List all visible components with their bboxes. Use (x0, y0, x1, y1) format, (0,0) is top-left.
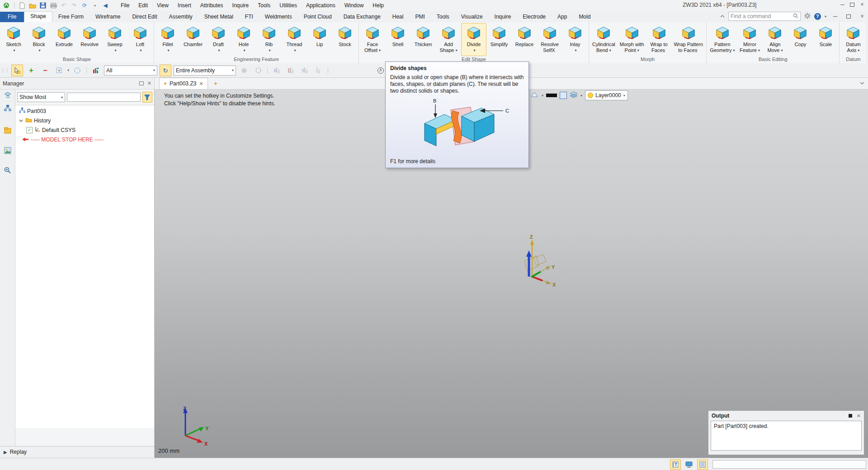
restore-button[interactable] (847, 0, 857, 9)
collapse-ribbon-icon[interactable] (720, 14, 725, 19)
pick-feature-icon[interactable] (271, 65, 283, 76)
pick-highlight-icon[interactable] (11, 65, 23, 76)
document-tab-part003[interactable]: + Part003.Z3 ✕ (159, 78, 208, 89)
monitor-toggle-icon[interactable] (684, 460, 694, 470)
layer-select[interactable]: Layer0000 ▾ (585, 90, 628, 100)
menu-item[interactable]: Inquire (228, 1, 254, 10)
manager-search-input[interactable] (67, 93, 141, 102)
ribbon-button[interactable]: Chamfer (180, 23, 206, 56)
help-dropdown-icon[interactable]: ▾ (825, 14, 826, 19)
ribbon-tab[interactable]: Point Cloud (298, 12, 338, 22)
visual-manager-icon[interactable] (3, 146, 13, 155)
ribbon-button[interactable]: Extrude (52, 23, 77, 56)
tree-model-stop[interactable]: ----- MODEL STOP HERE ----- (15, 135, 154, 144)
ribbon-tab[interactable]: Inquire (489, 12, 517, 22)
menu-item[interactable]: Tools (253, 1, 275, 10)
face-display-dropdown-icon[interactable]: ▾ (542, 94, 543, 98)
collapse-caret-icon[interactable] (19, 118, 24, 123)
print-icon[interactable] (50, 2, 57, 9)
menu-item[interactable]: View (152, 1, 173, 10)
ribbon-tab[interactable]: Sheet Metal (198, 12, 239, 22)
ribbon-button[interactable]: Rib ▾ (256, 23, 282, 56)
output-log[interactable]: Part [Part003] created. (711, 421, 862, 451)
checkbox-checked-icon[interactable]: ✓ (26, 127, 33, 133)
ribbon-button[interactable]: Datum Axis▾ (840, 23, 866, 56)
ribbon-button[interactable]: Thicken (410, 23, 436, 56)
add-pick-icon[interactable]: + (25, 65, 37, 76)
doc-close-button[interactable]: × (857, 12, 867, 21)
menu-item[interactable]: Window (340, 1, 368, 10)
pick-lasso-icon[interactable] (71, 65, 83, 76)
qat-customize-icon[interactable]: ▾ (91, 2, 99, 9)
view-plane-icon[interactable] (3, 90, 13, 100)
ribbon-button[interactable]: Inlay ▾ (562, 23, 588, 56)
ribbon-tab[interactable]: FTI (239, 12, 259, 22)
regen-icon[interactable]: ⟳ (81, 2, 88, 9)
menu-item[interactable]: Edit (134, 1, 152, 10)
ribbon-button[interactable]: Morph with Point▾ (618, 23, 646, 56)
layer-stack-icon[interactable] (570, 91, 578, 100)
manager-dock-icon[interactable] (139, 81, 144, 86)
ribbon-button[interactable]: Align Move▾ (762, 23, 788, 56)
record-icon[interactable] (238, 65, 250, 76)
ribbon-button[interactable]: Cylindrical Bend▾ (590, 23, 618, 56)
ribbon-tab[interactable]: Electrode (517, 12, 552, 22)
settings-gear-icon[interactable] (804, 13, 811, 20)
close-button[interactable]: × (857, 0, 867, 9)
ribbon-button[interactable]: Copy (788, 23, 813, 56)
ribbon-button[interactable]: Thread ▾ (282, 23, 307, 56)
ribbon-button[interactable]: Sketch ▾ (1, 23, 26, 56)
line-color-swatch[interactable] (546, 94, 557, 97)
ribbon-tab[interactable]: Data Exchange (338, 12, 387, 22)
ribbon-button[interactable]: Face Offset▾ (360, 23, 385, 56)
ribbon-button[interactable]: Fillet ▾ (155, 23, 180, 56)
redo-icon[interactable]: ↷ (71, 2, 78, 9)
ribbon-button[interactable]: Wrap to Faces (646, 23, 672, 56)
ribbon-button[interactable]: Add Shape▾ (436, 23, 461, 56)
doc-restore-button[interactable] (844, 12, 854, 21)
tree-history-folder[interactable]: History (15, 116, 154, 125)
ribbon-button[interactable]: Shell (385, 23, 410, 56)
menu-item[interactable]: Utilities (275, 1, 302, 10)
ribbon-tab[interactable]: Tools (431, 12, 455, 22)
ribbon-button[interactable]: Draft ▾ (206, 23, 231, 56)
ribbon-tab[interactable]: Free Form (52, 12, 90, 22)
ribbon-button[interactable]: Replace (512, 23, 537, 56)
refresh-all-icon[interactable] (252, 65, 264, 76)
replay-bar[interactable]: ▶ Replay (0, 446, 155, 457)
undo-icon[interactable]: ↶ (60, 2, 67, 9)
ribbon-tab[interactable]: Weldments (259, 12, 298, 22)
manager-close-icon[interactable]: ✕ (147, 80, 151, 86)
ribbon-tab[interactable]: Direct Edit (126, 12, 163, 22)
pick-box-icon[interactable] (53, 65, 65, 76)
menu-item[interactable]: Applications (302, 1, 340, 10)
ribbon-tab[interactable]: Mold (573, 12, 596, 22)
ribbon-button[interactable]: Block ▾ (26, 23, 52, 56)
history-review-icon[interactable] (3, 165, 13, 175)
pick-all-icon[interactable] (313, 65, 325, 76)
tab-file[interactable]: File (0, 12, 24, 22)
pick-component-icon[interactable] (299, 65, 311, 76)
ribbon-button[interactable]: Mirror Feature▾ (737, 23, 762, 56)
ribbon-button[interactable]: Loft ▾ (127, 23, 153, 56)
tree-default-csys[interactable]: ✓ Default CSYS (15, 125, 154, 135)
menu-item[interactable]: File (116, 1, 134, 10)
face-display-icon[interactable] (530, 91, 539, 100)
ribbon-tab[interactable]: App (552, 12, 573, 22)
pick-shape-icon[interactable] (285, 65, 297, 76)
help-icon[interactable]: ? (814, 13, 821, 20)
filter-icon[interactable] (90, 65, 102, 76)
ribbon-button[interactable]: Pattern Geometry▾ (708, 23, 737, 56)
pick-box-dropdown-icon[interactable]: ▾ (67, 68, 69, 72)
ribbon-button[interactable]: Stock (332, 23, 358, 56)
layer-on-bulb-icon[interactable] (588, 93, 593, 98)
output-toggle-icon[interactable] (697, 460, 708, 470)
ribbon-button[interactable]: Scale (813, 23, 838, 56)
ribbon-button[interactable]: Hole ▾ (231, 23, 256, 56)
layer-stack-dropdown-icon[interactable]: ▾ (580, 94, 582, 98)
tab-close-icon[interactable]: ✕ (199, 81, 203, 87)
doc-minimize-button[interactable] (830, 12, 840, 21)
assembly-tree-icon[interactable] (3, 103, 13, 113)
prompt-toggle-icon[interactable]: T (670, 460, 681, 470)
tree-root-part[interactable]: Part003 (15, 106, 154, 116)
